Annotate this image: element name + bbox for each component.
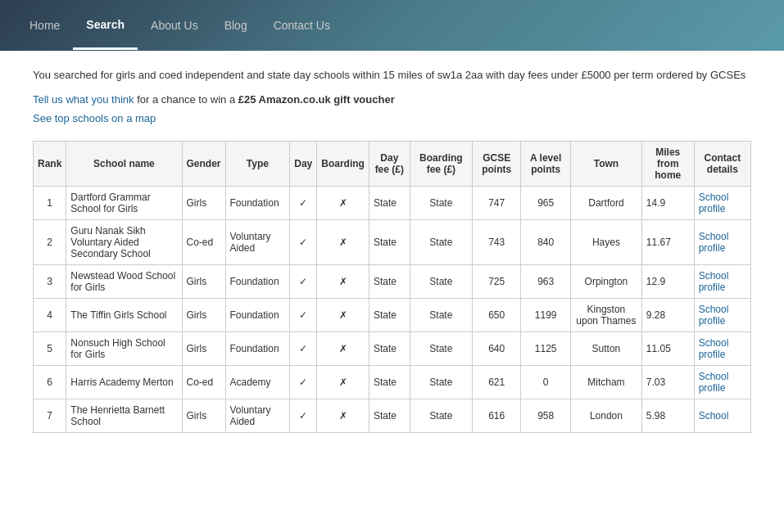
navigation: Home Search About Us Blog Contact Us	[0, 0, 784, 51]
table-row: 2Guru Nanak Sikh Voluntary Aided Seconda…	[34, 219, 751, 264]
cell-gender: Girls	[182, 399, 225, 432]
nav-home[interactable]: Home	[16, 2, 73, 48]
cell-boarding-fee: State	[410, 365, 472, 399]
col-gcse-points: GCSE points	[473, 141, 521, 186]
col-day-fee: Day fee (£)	[369, 141, 410, 186]
cell-type: Foundation	[225, 186, 290, 219]
cell-gcse: 725	[473, 264, 521, 298]
table-row: 7The Henrietta Barnett SchoolGirlsVolunt…	[34, 399, 751, 432]
school-profile-link[interactable]: School profile	[699, 192, 729, 214]
school-profile-link[interactable]: School profile	[699, 231, 729, 254]
col-type: Type	[225, 141, 290, 186]
cell-day-fee: State	[369, 365, 410, 399]
school-profile-link[interactable]: School	[699, 410, 729, 422]
cell-town: London	[570, 399, 641, 432]
cell-profile[interactable]: School profile	[694, 264, 750, 298]
cell-gcse: 616	[473, 399, 521, 432]
cell-town: Kingston upon Thames	[570, 298, 641, 331]
cell-school-name: The Tiffin Girls School	[66, 298, 182, 331]
cell-a-level: 0	[521, 365, 571, 399]
cell-rank: 1	[34, 186, 66, 219]
cell-gender: Co-ed	[182, 219, 225, 264]
col-day: Day	[290, 141, 317, 186]
cell-town: Dartford	[570, 186, 641, 219]
cell-rank: 3	[34, 264, 66, 298]
cell-gcse: 747	[473, 186, 521, 219]
cell-boarding: ✗	[317, 365, 369, 399]
cell-profile[interactable]: School profile	[694, 219, 750, 264]
cell-school-name: Dartford Grammar School for Girls	[66, 186, 182, 219]
cell-gender: Girls	[182, 298, 225, 331]
cell-school-name: Nonsuch High School for Girls	[66, 331, 182, 365]
cell-miles: 9.28	[641, 298, 694, 331]
cell-profile[interactable]: School profile	[694, 365, 750, 399]
cell-a-level: 840	[521, 219, 571, 264]
cell-boarding-fee: State	[410, 298, 472, 331]
col-miles: Miles from home	[641, 141, 694, 186]
cell-boarding-fee: State	[410, 331, 472, 365]
cell-a-level: 963	[521, 264, 571, 298]
cell-rank: 5	[34, 331, 66, 365]
cell-day: ✓	[290, 365, 317, 399]
nav-contact[interactable]: Contact Us	[261, 2, 343, 48]
cell-day-fee: State	[369, 219, 410, 264]
school-profile-link[interactable]: School profile	[699, 371, 729, 394]
cell-day: ✓	[290, 219, 317, 264]
feedback-prize: £25 Amazon.co.uk gift voucher	[238, 93, 395, 106]
nav-search[interactable]: Search	[73, 2, 138, 50]
nav-blog[interactable]: Blog	[211, 2, 261, 48]
school-profile-link[interactable]: School profile	[699, 270, 729, 293]
table-row: 6Harris Academy MertonCo-edAcademy✓✗Stat…	[34, 365, 751, 399]
cell-boarding-fee: State	[410, 264, 472, 298]
cell-type: Voluntary Aided	[225, 399, 290, 432]
col-rank: Rank	[34, 141, 66, 186]
col-boarding-fee: Boarding fee (£)	[410, 141, 472, 186]
cell-boarding: ✗	[317, 399, 369, 432]
cell-miles: 14.9	[641, 186, 694, 219]
cell-type: Foundation	[225, 331, 290, 365]
cell-rank: 4	[34, 298, 66, 331]
school-profile-link[interactable]: School profile	[699, 304, 729, 327]
col-school-name: School name	[66, 141, 182, 186]
feedback-link[interactable]: Tell us what you think	[33, 93, 134, 106]
cell-gender: Girls	[182, 186, 225, 219]
cell-a-level: 965	[521, 186, 571, 219]
cell-profile[interactable]: School	[694, 399, 750, 432]
cell-miles: 11.05	[641, 331, 694, 365]
cell-town: Orpington	[570, 264, 641, 298]
cell-day: ✓	[290, 264, 317, 298]
cell-boarding: ✗	[317, 331, 369, 365]
cell-school-name: Newstead Wood School for Girls	[66, 264, 182, 298]
cell-profile[interactable]: School profile	[694, 186, 750, 219]
cell-miles: 7.03	[641, 365, 694, 399]
cell-day-fee: State	[369, 264, 410, 298]
cell-day-fee: State	[369, 399, 410, 432]
cell-profile[interactable]: School profile	[694, 298, 750, 331]
cell-day: ✓	[290, 298, 317, 331]
col-a-level-points: A level points	[521, 141, 571, 186]
cell-day-fee: State	[369, 186, 410, 219]
cell-type: Foundation	[225, 298, 290, 331]
col-town: Town	[570, 141, 641, 186]
feedback-line: Tell us what you think for a chance to w…	[33, 93, 751, 106]
cell-gcse: 743	[473, 219, 521, 264]
cell-a-level: 1125	[521, 331, 571, 365]
cell-day: ✓	[290, 331, 317, 365]
cell-a-level: 958	[521, 399, 571, 432]
col-contact: Contact details	[694, 141, 750, 186]
cell-profile[interactable]: School profile	[694, 331, 750, 365]
cell-rank: 7	[34, 399, 66, 432]
cell-boarding-fee: State	[410, 399, 472, 432]
cell-gcse: 650	[473, 298, 521, 331]
cell-gcse: 640	[473, 331, 521, 365]
cell-gcse: 621	[473, 365, 521, 399]
map-link[interactable]: See top schools on a map	[33, 112, 751, 124]
nav-about[interactable]: About Us	[138, 2, 211, 48]
col-gender: Gender	[182, 141, 225, 186]
cell-day-fee: State	[369, 331, 410, 365]
cell-boarding: ✗	[317, 264, 369, 298]
cell-day: ✓	[290, 399, 317, 432]
school-profile-link[interactable]: School profile	[699, 337, 729, 360]
table-row: 3Newstead Wood School for GirlsGirlsFoun…	[34, 264, 751, 298]
cell-type: Foundation	[225, 264, 290, 298]
